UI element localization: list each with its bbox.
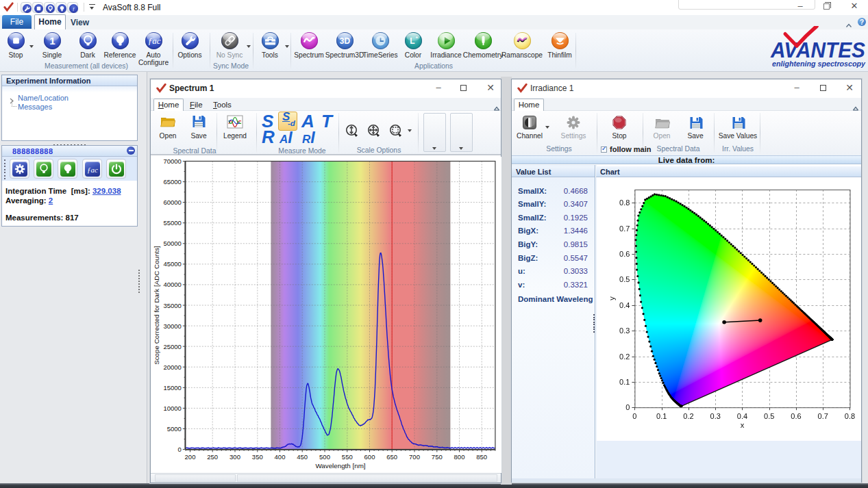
svg-text:45000: 45000 — [163, 260, 181, 268]
svg-text:500: 500 — [319, 453, 330, 461]
svg-text:600: 600 — [364, 453, 375, 461]
svg-text:700: 700 — [409, 453, 420, 461]
svg-text:25000: 25000 — [163, 343, 181, 350]
svg-text:Scope Corrected for Dark [ADC: Scope Corrected for Dark [ADC Counts] — [153, 246, 160, 365]
svg-text:350: 350 — [252, 453, 263, 461]
svg-text:20000: 20000 — [163, 363, 181, 371]
svg-text:40000: 40000 — [163, 281, 181, 288]
svg-text:65000: 65000 — [163, 178, 181, 185]
svg-text:ƒac: ƒac — [87, 165, 98, 173]
svg-text:550: 550 — [342, 453, 353, 461]
svg-text:450: 450 — [297, 453, 308, 461]
svg-text:400: 400 — [275, 453, 286, 461]
svg-text:30000: 30000 — [163, 322, 181, 330]
svg-text:AVANTES: AVANTES — [770, 38, 865, 62]
svg-text:70000: 70000 — [163, 157, 181, 165]
svg-text:300: 300 — [230, 453, 240, 461]
svg-text:ƒ: ƒ — [72, 6, 75, 12]
svg-text:10000: 10000 — [163, 404, 181, 412]
svg-text:200: 200 — [185, 453, 196, 461]
svg-text:5000: 5000 — [167, 425, 182, 433]
svg-text:55000: 55000 — [163, 219, 181, 227]
svg-text:35000: 35000 — [163, 302, 181, 309]
svg-text:enlightening spectroscopy: enlightening spectroscopy — [772, 60, 866, 68]
svg-text:650: 650 — [386, 453, 397, 461]
svg-text:50000: 50000 — [163, 240, 181, 247]
svg-text:850: 850 — [476, 453, 487, 461]
svg-text:250: 250 — [207, 453, 218, 461]
svg-text:800: 800 — [454, 453, 465, 461]
svg-text:15000: 15000 — [163, 384, 181, 391]
svg-text:0: 0 — [178, 446, 182, 453]
svg-text:60000: 60000 — [163, 198, 181, 206]
svg-text:750: 750 — [432, 453, 443, 461]
svg-text:Wavelength [nm]: Wavelength [nm] — [315, 462, 365, 470]
